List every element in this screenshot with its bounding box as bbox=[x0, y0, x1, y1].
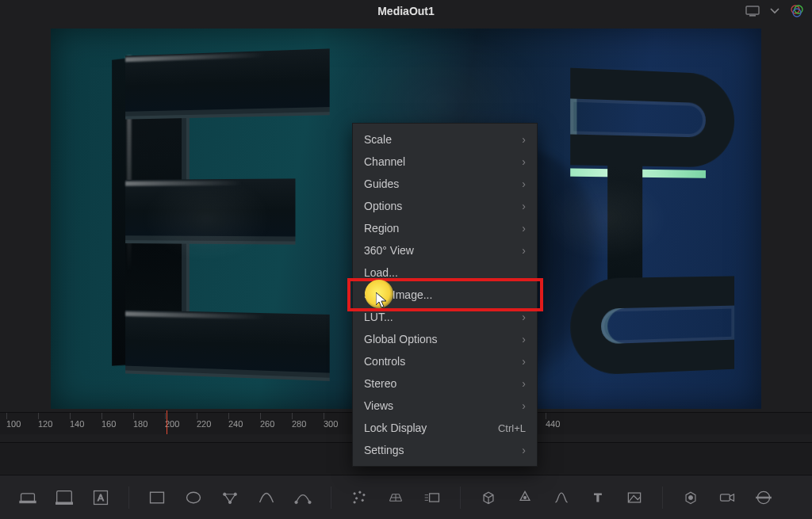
context-menu-item[interactable]: Controls› bbox=[353, 350, 537, 372]
context-menu-item[interactable]: 360° View› bbox=[353, 239, 537, 261]
chevron-right-icon: › bbox=[522, 177, 526, 190]
svg-point-21 bbox=[354, 492, 355, 494]
toolbar-separator bbox=[662, 487, 663, 509]
ruler-tick: 200 bbox=[165, 419, 197, 429]
tool-particles[interactable] bbox=[349, 487, 370, 508]
ruler-tick: 100 bbox=[6, 419, 38, 429]
ruler-tick: 180 bbox=[133, 419, 165, 429]
chevron-right-icon: › bbox=[522, 444, 526, 456]
annotation-click-spot bbox=[365, 280, 393, 308]
tool-mask-rectangle[interactable] bbox=[147, 487, 167, 508]
tool-curve[interactable] bbox=[256, 487, 277, 508]
chevron-right-icon: › bbox=[522, 200, 526, 212]
chevron-right-icon: › bbox=[522, 244, 526, 257]
context-menu-item-label: Region bbox=[364, 222, 399, 235]
context-menu-item[interactable]: Region› bbox=[353, 217, 537, 239]
ruler-tick: 280 bbox=[292, 419, 324, 429]
svg-rect-0 bbox=[746, 6, 759, 14]
context-menu-item[interactable]: Scale› bbox=[353, 128, 537, 151]
svg-point-26 bbox=[354, 501, 355, 502]
svg-point-23 bbox=[363, 494, 365, 495]
node-toolbar: AT bbox=[0, 475, 812, 519]
chevron-right-icon: › bbox=[522, 355, 526, 368]
context-menu-item-label: Guides bbox=[364, 177, 399, 190]
svg-point-20 bbox=[308, 501, 311, 503]
context-menu-item[interactable]: Channel› bbox=[353, 151, 537, 173]
svg-text:T: T bbox=[594, 490, 602, 504]
tool-color-curves[interactable] bbox=[551, 487, 572, 508]
tool-keyer[interactable] bbox=[624, 487, 645, 508]
context-menu-item-label: Options bbox=[364, 200, 402, 212]
svg-point-31 bbox=[523, 496, 526, 498]
viewer-title: MediaOut1 bbox=[377, 5, 435, 17]
tool-node-3d[interactable] bbox=[680, 487, 701, 508]
context-menu-item-label: Views bbox=[364, 399, 393, 412]
viewer-header: MediaOut1 bbox=[0, 0, 812, 22]
context-menu-shortcut: Ctrl+L bbox=[498, 422, 526, 434]
toolbar-separator bbox=[128, 487, 129, 509]
tool-background[interactable] bbox=[54, 487, 75, 508]
tool-grid[interactable] bbox=[385, 487, 406, 508]
context-menu-item[interactable]: Global Options› bbox=[353, 328, 537, 350]
chevron-down-icon[interactable] bbox=[768, 4, 782, 18]
tool-camera[interactable] bbox=[717, 487, 737, 508]
tool-text[interactable]: A bbox=[90, 487, 111, 508]
ruler-tick: 220 bbox=[197, 419, 228, 429]
chevron-right-icon: › bbox=[522, 155, 526, 168]
chevron-right-icon: › bbox=[522, 133, 526, 146]
context-menu-item[interactable]: LUT...› bbox=[353, 306, 537, 328]
toolbar-separator bbox=[460, 487, 461, 509]
tool-3d-cube[interactable] bbox=[478, 487, 499, 508]
chevron-right-icon: › bbox=[522, 399, 526, 412]
context-menu-item[interactable]: Options› bbox=[353, 195, 537, 217]
svg-rect-37 bbox=[756, 497, 772, 498]
tool-output[interactable] bbox=[753, 487, 774, 508]
tool-spline[interactable] bbox=[293, 487, 313, 508]
ruler-tick: 140 bbox=[70, 419, 102, 429]
context-menu-item[interactable]: Stereo› bbox=[353, 372, 537, 395]
svg-point-24 bbox=[355, 497, 357, 498]
chevron-right-icon: › bbox=[522, 311, 526, 323]
svg-rect-11 bbox=[56, 502, 73, 504]
ruler-tick: 240 bbox=[228, 419, 260, 429]
context-menu-item-label: Controls bbox=[364, 355, 405, 368]
context-menu-item-label: Global Options bbox=[364, 333, 438, 345]
svg-rect-35 bbox=[721, 494, 730, 500]
svg-point-15 bbox=[187, 492, 201, 503]
context-menu-item[interactable]: Views› bbox=[353, 395, 537, 417]
context-menu-item-label: Stereo bbox=[364, 377, 396, 390]
svg-rect-10 bbox=[57, 490, 72, 502]
context-menu-item-label: Settings bbox=[364, 444, 404, 456]
context-menu-item[interactable]: Guides› bbox=[353, 173, 537, 195]
chevron-right-icon: › bbox=[522, 377, 526, 390]
tool-motion-blur[interactable] bbox=[422, 487, 442, 508]
svg-point-19 bbox=[295, 501, 297, 503]
screen-icon[interactable] bbox=[745, 4, 760, 18]
ruler-tick: 120 bbox=[38, 419, 70, 429]
context-menu-item-label: Channel bbox=[364, 155, 405, 168]
context-menu-item[interactable]: Lock DisplayCtrl+L bbox=[353, 417, 537, 439]
svg-point-22 bbox=[359, 491, 361, 493]
playhead[interactable] bbox=[167, 410, 167, 434]
ruler-tick: 300 bbox=[324, 419, 355, 429]
tool-mask-ellipse[interactable] bbox=[183, 487, 204, 508]
viewer-content-letter-s bbox=[570, 68, 734, 376]
svg-rect-27 bbox=[430, 493, 439, 501]
context-menu-item-label: Scale bbox=[364, 133, 392, 146]
toolbar-separator bbox=[331, 487, 331, 509]
tool-color-corrector[interactable] bbox=[515, 487, 535, 508]
ruler-tick: 260 bbox=[260, 419, 292, 429]
context-menu-item-label: Lock Display bbox=[364, 422, 427, 434]
context-menu-item-label: LUT... bbox=[364, 311, 393, 323]
settings-rgb-icon[interactable] bbox=[790, 4, 804, 18]
tool-text3d[interactable]: T bbox=[588, 487, 608, 508]
chevron-right-icon: › bbox=[522, 333, 526, 345]
svg-rect-33 bbox=[628, 493, 640, 502]
tool-merge[interactable] bbox=[17, 487, 38, 508]
chevron-right-icon: › bbox=[522, 222, 526, 235]
svg-point-34 bbox=[688, 495, 692, 499]
tool-transform[interactable] bbox=[220, 487, 240, 508]
svg-point-25 bbox=[362, 499, 363, 501]
svg-rect-14 bbox=[151, 492, 164, 503]
context-menu-item[interactable]: Settings› bbox=[353, 439, 537, 461]
